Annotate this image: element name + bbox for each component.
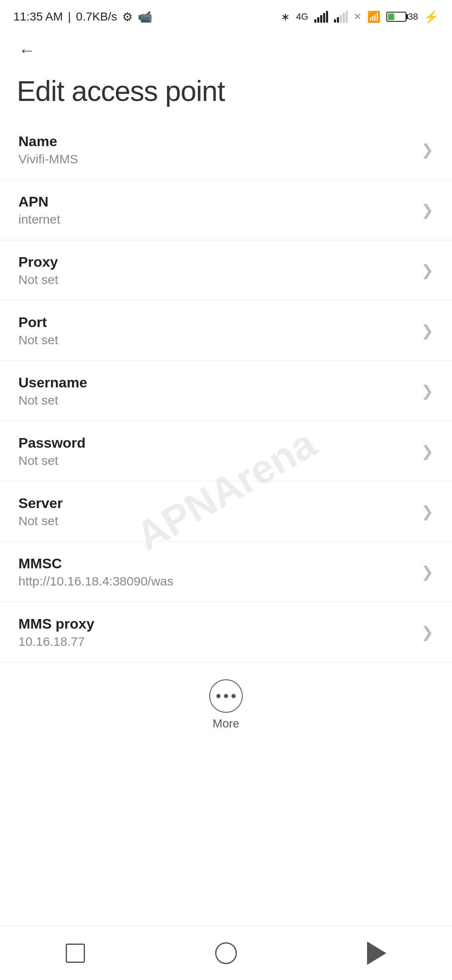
settings-item-content: APN internet (18, 193, 414, 227)
settings-item-content: Proxy Not set (18, 254, 414, 287)
nav-home-button[interactable] (209, 936, 243, 970)
settings-item-label: Name (18, 133, 414, 150)
wifi-icon: 📶 (367, 10, 380, 23)
chevron-right-icon: ❯ (421, 443, 434, 460)
settings-item-value: Not set (18, 273, 414, 287)
chevron-right-icon: ❯ (421, 201, 434, 219)
settings-item-content: Port Not set (18, 314, 414, 347)
status-speed: | (68, 10, 71, 23)
bluetooth-icon: ∗ (281, 10, 290, 23)
settings-icon: ⚙ (122, 10, 133, 24)
toolbar: ← (0, 30, 452, 66)
settings-item-username[interactable]: Username Not set ❯ (0, 361, 452, 421)
settings-item-label: MMS proxy (18, 616, 414, 632)
signal-bars-2 (334, 11, 348, 23)
no-signal-icon: ✕ (354, 11, 361, 22)
settings-item-content: MMS proxy 10.16.18.77 (18, 616, 414, 649)
nav-home-icon (215, 942, 237, 964)
battery-percent: 38 (408, 11, 418, 22)
page-title: Edit access point (0, 66, 452, 120)
settings-item-proxy[interactable]: Proxy Not set ❯ (0, 240, 452, 301)
nav-back-icon (367, 941, 386, 965)
nav-recents-icon (66, 944, 85, 963)
status-time: 11:35 AM (13, 10, 63, 23)
settings-item-value: Not set (18, 514, 414, 528)
settings-item-content: Server Not set (18, 495, 414, 528)
settings-item-label: Port (18, 314, 414, 330)
network-4g-icon: 4G (296, 11, 308, 22)
settings-item-label: Password (18, 435, 414, 451)
more-dots (216, 694, 236, 698)
signal-bars-1 (314, 11, 328, 23)
chevron-right-icon: ❯ (421, 262, 434, 279)
more-label: More (213, 717, 239, 730)
settings-item-value: Not set (18, 333, 414, 347)
settings-item-label: Server (18, 495, 414, 511)
settings-item-port[interactable]: Port Not set ❯ (0, 301, 452, 361)
settings-item-value: internet (18, 212, 414, 227)
chevron-right-icon: ❯ (421, 624, 434, 641)
settings-item-name[interactable]: Name Vivifi-MMS ❯ (0, 120, 452, 180)
settings-item-mms-proxy[interactable]: MMS proxy 10.16.18.77 ❯ (0, 602, 452, 663)
nav-recents-button[interactable] (59, 936, 92, 970)
settings-item-apn[interactable]: APN internet ❯ (0, 180, 452, 240)
settings-item-content: Name Vivifi-MMS (18, 133, 414, 166)
settings-item-value: 10.16.18.77 (18, 634, 414, 649)
status-right: ∗ 4G ✕ 📶 38 ⚡ (281, 10, 439, 24)
nav-bar (0, 926, 452, 980)
settings-list: Name Vivifi-MMS ❯ APN internet ❯ Proxy N… (0, 120, 452, 663)
status-left: 11:35 AM | 0.7KB/s ⚙ 📹 (13, 10, 152, 24)
network-speed: 0.7KB/s (76, 10, 117, 23)
settings-item-mmsc[interactable]: MMSC http://10.16.18.4:38090/was ❯ (0, 542, 452, 602)
camera-icon: 📹 (138, 10, 152, 24)
settings-item-label: Proxy (18, 254, 414, 270)
bottom-actions: More (0, 663, 452, 743)
settings-item-content: Username Not set (18, 374, 414, 407)
chevron-right-icon: ❯ (421, 382, 434, 400)
settings-item-label: APN (18, 193, 414, 210)
chevron-right-icon: ❯ (421, 563, 434, 581)
more-button[interactable]: More (209, 679, 243, 730)
settings-item-label: Username (18, 374, 414, 391)
battery-indicator: 38 (386, 11, 418, 22)
chevron-right-icon: ❯ (421, 322, 434, 340)
back-arrow-icon: ← (18, 41, 35, 60)
chevron-right-icon: ❯ (421, 503, 434, 521)
status-bar: 11:35 AM | 0.7KB/s ⚙ 📹 ∗ 4G ✕ 📶 38 (0, 0, 452, 30)
nav-back-button[interactable] (360, 936, 393, 970)
more-circle-icon (209, 679, 243, 713)
settings-item-password[interactable]: Password Not set ❯ (0, 421, 452, 482)
settings-item-server[interactable]: Server Not set ❯ (0, 482, 452, 542)
settings-item-label: MMSC (18, 555, 414, 572)
back-button[interactable]: ← (15, 39, 39, 62)
charging-icon: ⚡ (424, 10, 439, 24)
settings-item-content: MMSC http://10.16.18.4:38090/was (18, 555, 414, 588)
settings-item-content: Password Not set (18, 435, 414, 468)
chevron-right-icon: ❯ (421, 141, 434, 159)
settings-item-value: http://10.16.18.4:38090/was (18, 574, 414, 588)
settings-item-value: Not set (18, 393, 414, 407)
settings-item-value: Not set (18, 454, 414, 468)
settings-item-value: Vivifi-MMS (18, 152, 414, 166)
